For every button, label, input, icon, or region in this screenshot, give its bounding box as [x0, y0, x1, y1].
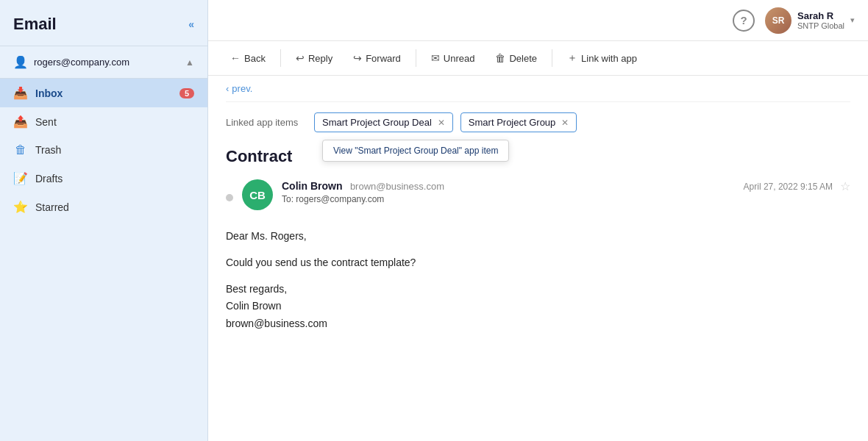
linked-tag-group[interactable]: Smart Project Group ✕ — [460, 112, 577, 132]
linked-tag-deal-close[interactable]: ✕ — [438, 118, 445, 128]
link-with-app-button[interactable]: ＋ Link with app — [558, 47, 646, 69]
link-icon: ＋ — [567, 51, 577, 65]
linked-tag-deal-text: Smart Project Group Deal — [322, 117, 432, 128]
sidebar-item-starred[interactable]: ⭐ Starred — [0, 193, 207, 221]
help-button[interactable]: ? — [733, 10, 755, 32]
to-address: rogers@company.com — [296, 194, 384, 204]
linked-items-row: Linked app items Smart Project Group Dea… — [226, 102, 850, 140]
email-subject: Contract — [226, 147, 850, 166]
user-org: SNTP Global — [797, 21, 844, 30]
reply-button[interactable]: ↩ Reply — [287, 48, 341, 68]
body-closing: Best regards, Colin Brown brown@business… — [226, 281, 850, 333]
delete-label: Delete — [509, 53, 537, 64]
user-chevron-icon: ▾ — [850, 15, 855, 25]
inbox-badge: 5 — [179, 88, 194, 98]
trash-icon: 🗑 — [13, 143, 28, 157]
sender-info: Colin Brown brown@business.com To: roger… — [282, 179, 735, 204]
inbox-label: Inbox — [35, 87, 172, 99]
unread-button[interactable]: ✉ Unread — [422, 48, 484, 68]
email-meta: April 27, 2022 9:15 AM ☆ — [744, 179, 850, 193]
toolbar-divider-1 — [280, 49, 281, 67]
delete-button[interactable]: 🗑 Delete — [486, 48, 546, 68]
prev-label: prev. — [232, 83, 252, 94]
unread-dot — [226, 194, 233, 201]
back-button[interactable]: ← Back — [221, 48, 274, 68]
sender-initials: CB — [249, 189, 266, 201]
drafts-icon: 📝 — [13, 171, 28, 185]
avatar-initials: SR — [772, 15, 785, 26]
sender-email: brown@business.com — [350, 181, 444, 192]
user-menu[interactable]: SR Sarah R SNTP Global ▾ — [765, 7, 855, 34]
sidebar-item-sent[interactable]: 📤 Sent — [0, 107, 207, 136]
starred-label: Starred — [35, 201, 194, 213]
star-icon[interactable]: ☆ — [840, 179, 850, 193]
avatar: SR — [765, 7, 791, 34]
sidebar-header: Email « — [0, 0, 207, 46]
forward-button[interactable]: ↪ Forward — [344, 48, 410, 68]
linked-tag-group-close[interactable]: ✕ — [561, 118, 569, 128]
forward-label: Forward — [366, 53, 401, 64]
unread-icon: ✉ — [431, 52, 440, 64]
link-label: Link with app — [581, 53, 637, 64]
linked-items-label: Linked app items — [226, 117, 307, 128]
email-prev-nav[interactable]: ‹ prev. — [226, 76, 850, 102]
sent-icon: 📤 — [13, 115, 28, 129]
sidebar-item-inbox[interactable]: 📥 Inbox 5 — [0, 79, 207, 107]
sidebar-title: Email — [13, 15, 57, 34]
toolbar-divider-2 — [416, 49, 416, 67]
to-label: To: — [282, 194, 294, 204]
sidebar-item-drafts[interactable]: 📝 Drafts — [0, 164, 207, 193]
email-toolbar: ← Back ↩ Reply ↪ Forward ✉ Unread 🗑 Dele… — [208, 41, 868, 76]
sender-to: To: rogers@company.com — [282, 194, 735, 204]
account-chevron-icon: ▲ — [185, 57, 194, 68]
back-icon: ← — [230, 52, 241, 64]
unread-label: Unread — [444, 53, 475, 64]
sender-name: Colin Brown — [282, 180, 342, 192]
prev-chevron-icon: ‹ — [226, 83, 229, 94]
user-name: Sarah R — [797, 10, 844, 21]
tooltip-text: View "Smart Project Group Deal" app item — [333, 146, 498, 156]
sidebar-item-trash[interactable]: 🗑 Trash — [0, 136, 207, 164]
email-body: Dear Ms. Rogers, Could you send us the c… — [226, 228, 850, 333]
inbox-icon: 📥 — [13, 86, 28, 100]
reply-label: Reply — [308, 53, 332, 64]
linked-tag-deal[interactable]: Smart Project Group Deal ✕ View "Smart P… — [314, 112, 453, 132]
starred-icon: ⭐ — [13, 200, 28, 214]
sender-row: CB Colin Brown brown@business.com To: ro… — [226, 179, 850, 210]
account-row[interactable]: 👤 rogers@company.com ▲ — [0, 46, 207, 79]
main-panel: ? SR Sarah R SNTP Global ▾ ← Back ↩ Repl… — [208, 0, 868, 441]
body-sender-email: brown@business.com — [226, 318, 327, 329]
account-email: rogers@company.com — [34, 57, 179, 68]
sidebar: Email « 👤 rogers@company.com ▲ 📥 Inbox 5… — [0, 0, 208, 441]
linked-tag-group-text: Smart Project Group — [469, 117, 556, 128]
body-greeting: Dear Ms. Rogers, — [226, 228, 850, 245]
body-content: Could you send us the contract template? — [226, 254, 850, 272]
sidebar-collapse-button[interactable]: « — [188, 18, 194, 30]
linked-deal-tooltip: View "Smart Project Group Deal" app item — [322, 140, 509, 162]
email-view: ‹ prev. Linked app items Smart Project G… — [208, 76, 868, 441]
email-date: April 27, 2022 9:15 AM — [744, 182, 833, 192]
topbar: ? SR Sarah R SNTP Global ▾ — [208, 0, 868, 41]
back-label: Back — [244, 53, 266, 64]
sender-avatar: CB — [242, 179, 273, 210]
forward-icon: ↪ — [353, 52, 362, 64]
sender-name-line: Colin Brown brown@business.com — [282, 179, 735, 193]
delete-icon: 🗑 — [495, 52, 505, 64]
toolbar-divider-3 — [552, 49, 552, 67]
user-info: Sarah R SNTP Global — [797, 10, 844, 30]
trash-label: Trash — [35, 144, 194, 156]
drafts-label: Drafts — [35, 173, 194, 184]
body-sender-name: Colin Brown — [226, 300, 281, 312]
account-icon: 👤 — [13, 55, 28, 69]
reply-icon: ↩ — [296, 52, 305, 64]
sent-label: Sent — [35, 116, 194, 128]
